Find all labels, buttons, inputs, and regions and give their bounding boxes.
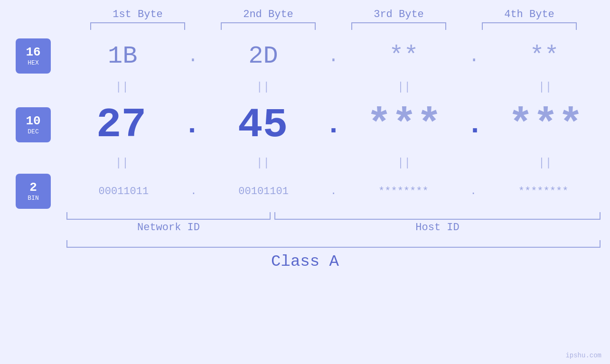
hex-byte4: ** [529,42,559,70]
dec-badge-label: DEC [28,128,38,135]
bin-dot2: . [330,186,337,197]
bracket-byte2 [221,22,316,30]
hex-byte3: ** [389,42,418,70]
hex-byte1: 1B [108,42,137,70]
eq6: || [216,157,310,169]
hex-dot1: . [188,46,198,66]
bin-badge: 2 BIN [16,174,51,209]
hex-badge: 16 HEX [16,38,51,74]
eq8: || [497,157,592,169]
bin-byte2: 00101101 [238,186,289,197]
byte2-header: 2nd Byte [216,9,320,20]
hex-dot2: . [328,46,339,66]
dec-byte2: 45 [238,102,288,149]
eq7: || [357,157,451,169]
dec-dot3: . [466,109,483,141]
dec-dot2: . [325,109,342,141]
network-id-label: Network ID [66,222,271,233]
hex-byte2: 2D [248,42,278,70]
bin-byte3: ******** [378,186,429,197]
host-id-label: Host ID [274,222,601,233]
network-bracket [66,212,271,220]
bin-dot3: . [470,186,477,197]
eq1: || [75,81,169,93]
dec-dot1: . [183,109,200,141]
dec-byte3: *** [366,102,441,149]
bin-dot1: . [190,186,197,197]
byte1-header: 1st Byte [85,9,190,20]
eq3: || [357,81,451,93]
byte4-header: 4th Byte [477,9,582,20]
dec-badge-num: 10 [26,115,40,127]
dec-byte1: 27 [96,102,147,149]
dec-byte4: *** [508,102,583,149]
eq5: || [75,157,169,169]
eq4: || [497,81,592,93]
byte-headers: 1st Byte 2nd Byte 3rd Byte 4th Byte [73,9,595,20]
byte3-header: 3rd Byte [347,9,451,20]
eq2: || [216,81,310,93]
bin-badge-num: 2 [29,181,37,194]
watermark: ipshu.com [565,352,601,359]
bin-badge-label: BIN [28,195,38,202]
hex-dot3: . [469,46,479,66]
dec-badge: 10 DEC [16,107,51,142]
class-bracket [66,240,601,248]
bracket-byte4 [482,22,577,30]
top-brackets [73,22,595,30]
bracket-byte3 [351,22,446,30]
bin-byte1: 00011011 [99,186,149,197]
hex-badge-num: 16 [26,46,40,58]
bin-byte4: ******** [518,186,569,197]
main-container: 1st Byte 2nd Byte 3rd Byte 4th Byte 16 H… [0,0,610,364]
host-bracket [274,212,601,220]
bracket-byte1 [90,22,185,30]
hex-badge-label: HEX [28,59,38,66]
class-label: Class A [271,252,339,271]
